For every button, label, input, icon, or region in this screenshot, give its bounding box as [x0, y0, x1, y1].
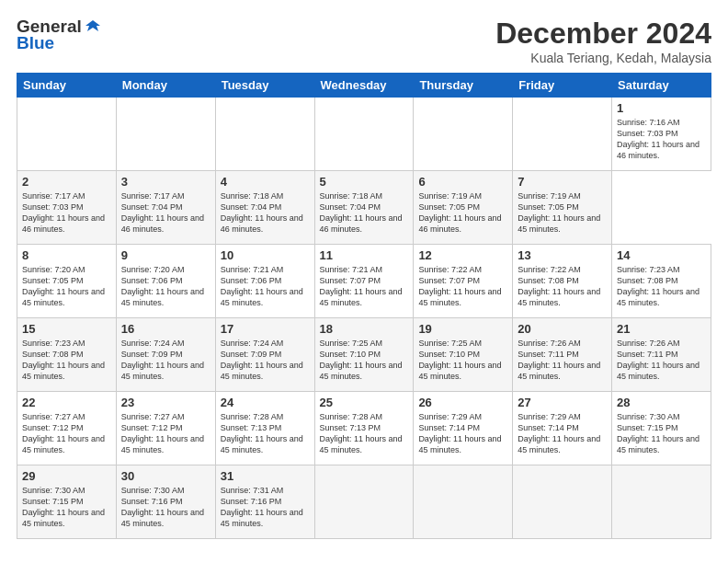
empty-cell: [17, 98, 117, 171]
day-info: Sunrise: 7:30 AMSunset: 7:15 PMDaylight:…: [617, 411, 706, 456]
day-number: 26: [418, 396, 507, 409]
day-info: Sunrise: 7:21 AMSunset: 7:06 PMDaylight:…: [221, 264, 310, 309]
day-cell-18: 18Sunrise: 7:25 AMSunset: 7:10 PMDayligh…: [314, 318, 414, 392]
day-cell-5: 5Sunrise: 7:18 AMSunset: 7:04 PMDaylight…: [314, 171, 414, 245]
day-cell-22: 22Sunrise: 7:27 AMSunset: 7:12 PMDayligh…: [17, 392, 117, 465]
day-number: 12: [418, 248, 507, 262]
day-info: Sunrise: 7:25 AMSunset: 7:10 PMDaylight:…: [320, 338, 409, 383]
day-info: Sunrise: 7:17 AMSunset: 7:04 PMDaylight:…: [121, 190, 210, 236]
day-cell-6: 6Sunrise: 7:19 AMSunset: 7:05 PMDaylight…: [414, 171, 513, 245]
day-cell-19: 19Sunrise: 7:25 AMSunset: 7:10 PMDayligh…: [414, 318, 513, 392]
page: General Blue December 2024 Kuala Teriang…: [0, 0, 728, 563]
day-cell-15: 15Sunrise: 7:23 AMSunset: 7:08 PMDayligh…: [17, 318, 117, 392]
day-cell-7: 7Sunrise: 7:19 AMSunset: 7:05 PMDaylight…: [513, 171, 612, 245]
day-info: Sunrise: 7:30 AMSunset: 7:16 PMDaylight:…: [121, 485, 210, 530]
day-info: Sunrise: 7:19 AMSunset: 7:05 PMDaylight:…: [418, 190, 507, 236]
day-info: Sunrise: 7:21 AMSunset: 7:07 PMDaylight:…: [320, 264, 409, 309]
day-cell-27: 27Sunrise: 7:29 AMSunset: 7:14 PMDayligh…: [513, 392, 612, 465]
week-row-6: 29Sunrise: 7:30 AMSunset: 7:15 PMDayligh…: [17, 465, 711, 539]
day-info: Sunrise: 7:27 AMSunset: 7:12 PMDaylight:…: [121, 411, 210, 456]
day-info: Sunrise: 7:23 AMSunset: 7:08 PMDaylight:…: [22, 338, 111, 383]
empty-cell: [314, 465, 414, 539]
day-number: 15: [22, 322, 111, 336]
logo-blue: Blue: [17, 33, 54, 53]
empty-cell: [116, 98, 215, 171]
day-info: Sunrise: 7:29 AMSunset: 7:14 PMDaylight:…: [418, 411, 507, 456]
day-info: Sunrise: 7:24 AMSunset: 7:09 PMDaylight:…: [221, 338, 310, 383]
col-header-friday: Friday: [513, 74, 612, 98]
empty-cell: [414, 98, 513, 171]
day-cell-2: 2Sunrise: 7:17 AMSunset: 7:03 PMDaylight…: [17, 171, 117, 245]
day-cell-8: 8Sunrise: 7:20 AMSunset: 7:05 PMDaylight…: [17, 245, 117, 318]
day-number: 31: [221, 469, 310, 483]
day-info: Sunrise: 7:22 AMSunset: 7:07 PMDaylight:…: [418, 264, 507, 309]
day-info: Sunrise: 7:29 AMSunset: 7:14 PMDaylight:…: [518, 411, 607, 456]
week-row-4: 15Sunrise: 7:23 AMSunset: 7:08 PMDayligh…: [17, 318, 711, 392]
day-cell-13: 13Sunrise: 7:22 AMSunset: 7:08 PMDayligh…: [513, 245, 612, 318]
day-number: 22: [22, 396, 111, 409]
day-number: 18: [320, 322, 409, 336]
day-info: Sunrise: 7:23 AMSunset: 7:08 PMDaylight:…: [617, 264, 706, 309]
day-number: 3: [121, 175, 210, 189]
day-cell-21: 21Sunrise: 7:26 AMSunset: 7:11 PMDayligh…: [612, 318, 711, 392]
day-info: Sunrise: 7:20 AMSunset: 7:06 PMDaylight:…: [121, 264, 210, 309]
location: Kuala Teriang, Kedah, Malaysia: [495, 51, 711, 65]
day-cell-17: 17Sunrise: 7:24 AMSunset: 7:09 PMDayligh…: [215, 318, 314, 392]
day-number: 2: [22, 175, 111, 189]
header-row: SundayMondayTuesdayWednesdayThursdayFrid…: [17, 74, 711, 98]
col-header-sunday: Sunday: [17, 74, 117, 98]
empty-cell: [612, 465, 711, 539]
day-info: Sunrise: 7:24 AMSunset: 7:09 PMDaylight:…: [121, 338, 210, 383]
day-cell-3: 3Sunrise: 7:17 AMSunset: 7:04 PMDaylight…: [116, 171, 215, 245]
day-cell-16: 16Sunrise: 7:24 AMSunset: 7:09 PMDayligh…: [116, 318, 215, 392]
day-info: Sunrise: 7:26 AMSunset: 7:11 PMDaylight:…: [617, 338, 706, 383]
day-cell-1: 1Sunrise: 7:16 AMSunset: 7:03 PMDaylight…: [612, 98, 711, 171]
day-cell-20: 20Sunrise: 7:26 AMSunset: 7:11 PMDayligh…: [513, 318, 612, 392]
day-cell-23: 23Sunrise: 7:27 AMSunset: 7:12 PMDayligh…: [116, 392, 215, 465]
day-number: 17: [221, 322, 310, 336]
day-info: Sunrise: 7:18 AMSunset: 7:04 PMDaylight:…: [320, 190, 409, 236]
day-cell-14: 14Sunrise: 7:23 AMSunset: 7:08 PMDayligh…: [612, 245, 711, 318]
day-cell-11: 11Sunrise: 7:21 AMSunset: 7:07 PMDayligh…: [314, 245, 414, 318]
day-cell-12: 12Sunrise: 7:22 AMSunset: 7:07 PMDayligh…: [414, 245, 513, 318]
day-cell-29: 29Sunrise: 7:30 AMSunset: 7:15 PMDayligh…: [17, 465, 117, 539]
day-number: 25: [320, 396, 409, 409]
empty-cell: [513, 98, 612, 171]
day-number: 9: [121, 248, 210, 262]
week-row-1: 1Sunrise: 7:16 AMSunset: 7:03 PMDaylight…: [17, 98, 711, 171]
day-cell-24: 24Sunrise: 7:28 AMSunset: 7:13 PMDayligh…: [215, 392, 314, 465]
day-info: Sunrise: 7:22 AMSunset: 7:08 PMDaylight:…: [518, 264, 607, 309]
month-title: December 2024: [495, 17, 711, 51]
day-number: 1: [617, 101, 706, 115]
calendar-table: SundayMondayTuesdayWednesdayThursdayFrid…: [17, 73, 711, 539]
day-number: 16: [121, 322, 210, 336]
logo-bird-icon: [84, 18, 100, 35]
col-header-tuesday: Tuesday: [215, 74, 314, 98]
logo: General Blue: [17, 17, 100, 53]
day-info: Sunrise: 7:20 AMSunset: 7:05 PMDaylight:…: [22, 264, 111, 309]
empty-cell: [314, 98, 414, 171]
day-info: Sunrise: 7:27 AMSunset: 7:12 PMDaylight:…: [22, 411, 111, 456]
day-cell-10: 10Sunrise: 7:21 AMSunset: 7:06 PMDayligh…: [215, 245, 314, 318]
day-number: 23: [121, 396, 210, 409]
col-header-wednesday: Wednesday: [314, 74, 414, 98]
day-number: 29: [22, 469, 111, 483]
day-cell-25: 25Sunrise: 7:28 AMSunset: 7:13 PMDayligh…: [314, 392, 414, 465]
col-header-thursday: Thursday: [414, 74, 513, 98]
day-cell-28: 28Sunrise: 7:30 AMSunset: 7:15 PMDayligh…: [612, 392, 711, 465]
day-info: Sunrise: 7:31 AMSunset: 7:16 PMDaylight:…: [221, 485, 310, 530]
day-number: 8: [22, 248, 111, 262]
day-number: 28: [617, 396, 706, 409]
empty-cell: [215, 98, 314, 171]
day-info: Sunrise: 7:25 AMSunset: 7:10 PMDaylight:…: [418, 338, 507, 383]
day-info: Sunrise: 7:28 AMSunset: 7:13 PMDaylight:…: [221, 411, 310, 456]
col-header-saturday: Saturday: [612, 74, 711, 98]
day-info: Sunrise: 7:28 AMSunset: 7:13 PMDaylight:…: [320, 411, 409, 456]
day-number: 24: [221, 396, 310, 409]
day-cell-4: 4Sunrise: 7:18 AMSunset: 7:04 PMDaylight…: [215, 171, 314, 245]
empty-cell: [414, 465, 513, 539]
title-area: December 2024 Kuala Teriang, Kedah, Mala…: [495, 17, 711, 65]
day-cell-31: 31Sunrise: 7:31 AMSunset: 7:16 PMDayligh…: [215, 465, 314, 539]
day-info: Sunrise: 7:26 AMSunset: 7:11 PMDaylight:…: [518, 338, 607, 383]
day-cell-9: 9Sunrise: 7:20 AMSunset: 7:06 PMDaylight…: [116, 245, 215, 318]
